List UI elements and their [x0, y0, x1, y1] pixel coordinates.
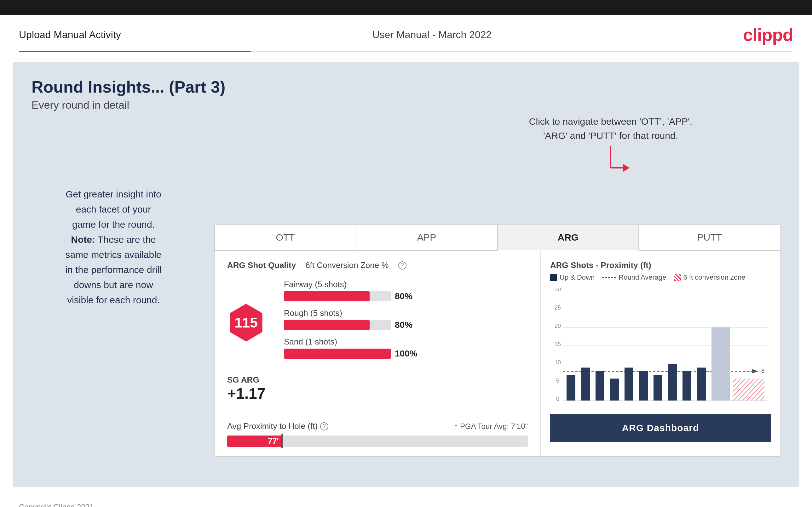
content-layout: Get greater insight into each facet of y…: [32, 124, 780, 457]
bar-track-fairway: [284, 291, 391, 301]
svg-marker-2: [623, 164, 629, 172]
card-body: ARG Shot Quality 6ft Conversion Zone % ?…: [215, 251, 780, 456]
proximity-label: Avg Proximity to Hole (ft) ?: [227, 421, 328, 431]
help-icon[interactable]: ?: [398, 261, 406, 270]
shot-quality-rows: 115 Fairway (5 shots): [227, 280, 528, 365]
round-card: OTT APP ARG PUTT ARG Shot Quality 6ft Co…: [214, 225, 780, 457]
svg-rect-29: [711, 328, 730, 401]
svg-rect-28: [697, 368, 706, 401]
legend-updown: Up & Down: [550, 273, 595, 282]
desc-line2: each facet of your: [76, 204, 151, 215]
bar-row-rough: Rough (5 shots) 80%: [284, 308, 528, 330]
svg-text:5: 5: [556, 377, 559, 384]
annotation-wrapper: Click to navigate between 'OTT', 'APP', …: [214, 114, 780, 180]
panel-header: ARG Shot Quality 6ft Conversion Zone % ?: [227, 261, 528, 270]
main-content: Round Insights... (Part 3) Every round i…: [13, 62, 799, 487]
desc-line3: game for the round.: [72, 219, 155, 230]
bar-label-sand: Sand (1 shots): [284, 337, 528, 347]
proximity-help-icon[interactable]: ?: [320, 422, 328, 431]
svg-rect-27: [682, 371, 691, 401]
desc-line4: These are the: [95, 234, 156, 245]
desc-line6: in the performance drill: [65, 265, 161, 275]
proximity-bar-container: 77': [227, 436, 528, 447]
pga-indicator: ↑ PGA Tour Avg: 7'10": [454, 422, 528, 431]
legend-hatch-icon: [674, 274, 681, 281]
svg-marker-17: [752, 369, 758, 374]
chart-title: ARG Shots - Proximity (ft): [550, 261, 651, 270]
svg-rect-25: [654, 375, 662, 401]
page-subtitle: Every round in detail: [32, 99, 780, 111]
svg-text:30: 30: [555, 288, 561, 292]
copyright-text: Copyright Clippd 2021: [19, 503, 94, 507]
tab-app[interactable]: APP: [356, 225, 498, 251]
legend-dash-icon: [602, 277, 616, 278]
bar-pct-sand: 100%: [395, 349, 417, 359]
sg-section: SG ARG +1.17: [227, 375, 528, 402]
left-panel: ARG Shot Quality 6ft Conversion Zone % ?…: [215, 251, 541, 456]
bar-row-fairway: Fairway (5 shots) 80%: [284, 280, 528, 301]
legend-convzone: 6 ft conversion zone: [674, 273, 746, 282]
legend-square-icon: [550, 274, 557, 281]
tabs: OTT APP ARG PUTT: [215, 225, 780, 251]
bar-pct-rough: 80%: [395, 320, 412, 330]
clippd-logo: clippd: [743, 24, 793, 45]
upload-manual-link[interactable]: Upload Manual Activity: [19, 29, 121, 41]
proximity-track: 77': [227, 436, 528, 447]
right-panel: ARG Shots - Proximity (ft) Up & Down Rou…: [541, 251, 780, 456]
bar-fill-sand: [284, 349, 391, 359]
svg-rect-19: [566, 375, 575, 401]
chart-header: ARG Shots - Proximity (ft) Up & Down Rou…: [550, 261, 771, 282]
hex-col: 115: [227, 280, 271, 365]
bar-fill-fairway: [284, 291, 370, 301]
proximity-value: 77': [268, 437, 279, 446]
annotation-text: Click to navigate between 'OTT', 'APP', …: [529, 114, 692, 143]
bar-track-sand: [284, 349, 391, 359]
svg-text:0: 0: [556, 395, 559, 402]
annotation-arrow-icon: [592, 143, 629, 180]
bar-track-rough: [284, 320, 391, 330]
chart-legend: Up & Down Round Average 6 ft conversion …: [550, 273, 745, 282]
svg-text:8: 8: [761, 368, 764, 375]
arg-dashboard-button[interactable]: ARG Dashboard: [550, 414, 771, 442]
desc-line1: Get greater insight into: [65, 189, 161, 199]
svg-text:20: 20: [555, 322, 561, 329]
bar-label-rough: Rough (5 shots): [284, 308, 528, 318]
document-title: User Manual - March 2022: [372, 29, 492, 41]
bars-col: Fairway (5 shots) 80% Rou: [284, 280, 528, 365]
svg-rect-26: [668, 364, 677, 401]
svg-rect-22: [610, 379, 619, 401]
svg-rect-23: [624, 368, 633, 401]
desc-note-label: Note:: [71, 234, 95, 245]
svg-rect-31: [733, 379, 764, 401]
svg-text:25: 25: [555, 304, 561, 311]
proximity-fill: 77': [227, 436, 282, 447]
proximity-header: Avg Proximity to Hole (ft) ? ↑ PGA Tour …: [227, 421, 528, 431]
top-bar: [0, 0, 812, 15]
bar-fill-rough: [284, 320, 370, 330]
sg-label: SG ARG: [227, 375, 528, 385]
bar-pct-fairway: 80%: [395, 291, 412, 301]
chart-area: 0 5 10 15 20 25 30: [550, 288, 771, 407]
svg-rect-20: [581, 368, 590, 401]
chart-svg: 0 5 10 15 20 25 30: [550, 288, 771, 407]
proximity-section: Avg Proximity to Hole (ft) ? ↑ PGA Tour …: [227, 415, 528, 447]
bar-label-fairway: Fairway (5 shots): [284, 280, 528, 289]
footer: Copyright Clippd 2021: [0, 496, 812, 507]
tab-arg[interactable]: ARG: [498, 225, 639, 251]
left-description: Get greater insight into each facet of y…: [32, 187, 195, 308]
desc-line5: same metrics available: [65, 249, 161, 260]
tab-putt[interactable]: PUTT: [639, 225, 780, 251]
svg-text:10: 10: [555, 359, 561, 365]
sg-value: +1.17: [227, 385, 528, 402]
right-area: Click to navigate between 'OTT', 'APP', …: [214, 124, 780, 457]
bar-row-sand: Sand (1 shots) 100%: [284, 337, 528, 359]
annotation-block: Click to navigate between 'OTT', 'APP', …: [529, 114, 692, 180]
svg-rect-21: [596, 371, 604, 401]
shot-quality-label: ARG Shot Quality: [227, 261, 296, 270]
hex-score: 115: [227, 304, 265, 342]
desc-line7: downs but are now: [74, 280, 153, 290]
header-divider: [19, 51, 793, 52]
header: Upload Manual Activity User Manual - Mar…: [0, 15, 812, 51]
tab-ott[interactable]: OTT: [215, 225, 356, 251]
svg-text:15: 15: [555, 340, 561, 347]
